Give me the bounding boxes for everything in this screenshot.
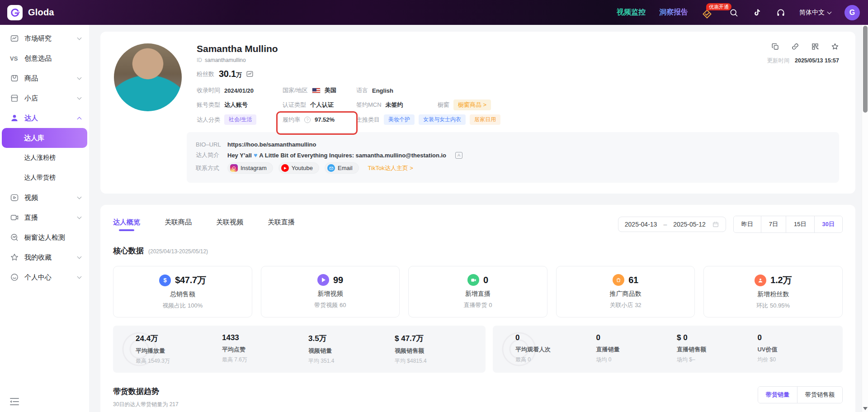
pulse-monitor-icon [10,233,19,242]
chevron-down-icon [77,195,82,199]
bio-url-value: https://hoo.be/samanthamullino [227,141,316,148]
tab-related-videos[interactable]: 关联视频 [216,218,243,231]
sidebar-item-label: 我的收藏 [24,253,72,262]
tab-related-products[interactable]: 关联商品 [165,218,192,231]
email-icon [327,164,335,172]
sidebar-item-shops[interactable]: 小店 [0,88,89,108]
field-value: 未签约 [386,101,403,109]
tiktok-profile-link[interactable]: TikTok达人主页 > [368,164,413,172]
main-category-tag: 美妆个护 [384,114,415,125]
sidebar-subitem-follower-growth-ranking[interactable]: 达人涨粉榜 [0,148,89,168]
storefront-icon [10,94,19,103]
contact-instagram[interactable]: Instagram [227,162,273,174]
vs-icon: VS [10,55,19,62]
sidebar-subitem-sales-ranking[interactable]: 达人带货榜 [0,168,89,188]
metric-card-new-videos: 99 新增视频 带货视频 60 [261,266,400,317]
translate-icon[interactable]: A [455,152,462,159]
stat-col: 3.5万视频销量平均 351.4 [308,333,395,365]
toggle-sales-volume[interactable]: 带货销量 [758,387,797,403]
page-scrollbar [862,25,868,412]
core-data-range: (2025/04/13-2025/05/12) [148,248,208,255]
sidebar-item-label: 个人中心 [24,273,72,282]
range-30d[interactable]: 30日 [814,216,842,232]
id-label: ID [197,57,202,63]
sidebar-item-influencers[interactable]: 达人 [0,108,89,128]
sidebar-item-favorites[interactable]: 我的收藏 [0,247,89,267]
stat-col: $ 47.7万视频销售额平均 $4815.4 [395,333,481,365]
date-start: 2025-04-13 [625,221,657,228]
tiktok-icon[interactable] [752,8,762,18]
favorite-star-icon[interactable] [831,43,839,51]
support-headphones-icon[interactable] [776,8,786,18]
contact-youtube[interactable]: Youtube [278,162,319,174]
metric-card-promoted-products: 61 推广商品数 关联小店 32 [556,266,695,317]
smiley-icon [10,273,19,282]
nav-video-monitor[interactable]: 视频监控 [617,8,646,17]
chevron-down-icon [77,76,82,80]
updated-value: 2025/05/13 15:57 [795,57,839,64]
main-category-tag: 女装与女士内衣 [419,114,466,125]
chevron-down-icon [77,275,82,279]
field-label: 国家/地区 [283,86,308,95]
bio-url-label: BIO–URL [196,141,222,148]
showcase-products-link[interactable]: 橱窗商品 > [453,99,491,110]
sidebar-subitem-influencer-library[interactable]: 达人库 [2,128,87,148]
qr-code-icon[interactable] [811,43,819,51]
contact-email[interactable]: Email [325,162,359,174]
followers-trend-icon[interactable] [246,70,254,78]
quick-range-group: 昨日 7日 15日 30日 [733,216,843,233]
brand[interactable]: Gloda [7,5,54,20]
sidebar-item-products[interactable]: 商品 [0,68,89,88]
tabs: 达人概览 关联商品 关联视频 关联直播 [113,218,295,231]
sidebar-item-showcase-detection[interactable]: 橱窗达人检测 [0,227,89,247]
followers-value: 30.1 [219,69,236,79]
trend-subtitle: 30日的达人带货销量为 217 [113,401,179,408]
promo-ticket[interactable]: 优惠开通 [702,5,715,20]
field-value: 个人认证 [310,101,334,109]
person-icon [755,275,766,286]
range-7d[interactable]: 7日 [761,216,786,232]
scrollbar-down-arrow[interactable] [863,407,868,410]
stat-col: $ 0直播销售额场均 $– [677,333,758,365]
field-value: English [372,87,393,94]
user-avatar[interactable]: G [844,5,860,20]
tab-overview[interactable]: 达人概览 [113,218,140,231]
sidebar-item-videos[interactable]: 视频 [0,188,89,208]
id-value: samanthamullino [205,57,246,63]
chevron-down-icon [827,9,832,14]
sidebar-item-personal-center[interactable]: 个人中心 [0,267,89,287]
sidebar-collapse-button[interactable] [10,397,19,404]
sidebar-item-label: 小店 [24,94,72,103]
sidebar: 市场研究 VS 创意选品 商品 小店 达人 达人库 达人涨粉榜 达人带货榜 视频 [0,25,89,412]
scrollbar-thumb[interactable] [863,26,868,113]
date-range-picker[interactable]: 2025-04-13 – 2025-05-12 [618,217,726,232]
category-tag: 社会/生活 [224,114,256,125]
link-icon[interactable] [791,43,799,51]
field-value: 达人账号 [224,101,248,109]
trend-toggle-group: 带货销量 带货销售额 [758,386,843,403]
tab-related-lives[interactable]: 关联直播 [268,218,295,231]
range-yesterday[interactable]: 昨日 [734,216,761,232]
copy-icon[interactable] [771,43,779,51]
language-selector[interactable]: 简体中文 [799,9,831,17]
chevron-down-icon [77,215,82,219]
main-category-tag: 居家日用 [470,114,500,125]
sidebar-item-label: 市场研究 [24,34,72,43]
range-15d[interactable]: 15日 [786,216,814,232]
nav-insight-report[interactable]: 洞察报告 [659,8,688,17]
help-icon[interactable]: ? [304,117,311,123]
core-metric-cards: $$47.7万 总销售额 视频占比 100% 99 新增视频 带货视频 60 0… [113,266,843,317]
toggle-sales-amount[interactable]: 带货销售额 [797,387,842,403]
sidebar-item-market-research[interactable]: 市场研究 [0,28,89,48]
stat-col: 24.4万平均播放量最高 1549.3万 [136,333,222,365]
sidebar-item-creative-selection[interactable]: VS 创意选品 [0,48,89,68]
sidebar-item-live[interactable]: 直播 [0,208,89,227]
field-label: 主推类目 [356,116,380,124]
field-value: 美国 [325,86,336,95]
stat-col: 0UV价值均价 $0 [757,333,838,365]
overview-card: 达人概览 关联商品 关联视频 关联直播 2025-04-13 – 2025-05… [100,205,855,412]
chart-icon [10,34,19,43]
video-camera-icon [10,213,19,222]
core-data-title: 核心数据 [113,246,144,256]
play-icon [317,274,329,286]
